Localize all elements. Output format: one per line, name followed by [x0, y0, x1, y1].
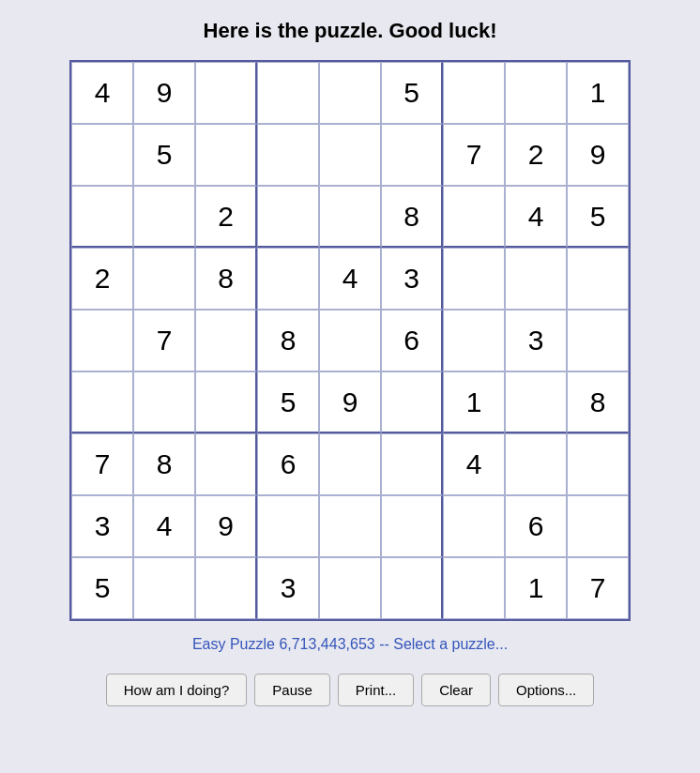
- cell: [257, 186, 319, 248]
- cell: 8: [381, 186, 443, 248]
- cell: [319, 433, 381, 495]
- cell: 5: [71, 557, 133, 619]
- cell: [381, 371, 443, 433]
- cell: [567, 248, 629, 310]
- cell: 4: [319, 248, 381, 310]
- cell: [195, 433, 257, 495]
- cell: 1: [505, 557, 567, 619]
- cell: 7: [71, 433, 133, 495]
- cell: 2: [195, 186, 257, 248]
- cell: [319, 310, 381, 371]
- cell: 8: [257, 310, 319, 371]
- cell: 4: [71, 62, 133, 124]
- how-am-i-doing-button[interactable]: How am I doing?: [106, 674, 248, 706]
- cell: [195, 310, 257, 371]
- cell: [195, 62, 257, 124]
- cell: [381, 433, 443, 495]
- cell: 4: [133, 495, 195, 557]
- cell: [133, 186, 195, 248]
- cell: [71, 124, 133, 186]
- cell: 5: [133, 124, 195, 186]
- cell: [567, 495, 629, 557]
- cell: [381, 557, 443, 619]
- cell: 9: [133, 62, 195, 124]
- options-button[interactable]: Options...: [498, 674, 594, 706]
- sudoku-board: 495157292845284378635918786434965317: [69, 60, 631, 621]
- cell: [381, 495, 443, 557]
- cell: [71, 186, 133, 248]
- puzzle-link[interactable]: Easy Puzzle 6,713,443,653 -- Select a pu…: [192, 636, 508, 653]
- cell: 9: [567, 124, 629, 186]
- clear-button[interactable]: Clear: [421, 674, 491, 706]
- cell: [443, 310, 505, 371]
- cell: [319, 124, 381, 186]
- cell: [505, 62, 567, 124]
- cell: [567, 433, 629, 495]
- cell: [257, 124, 319, 186]
- cell: 8: [567, 371, 629, 433]
- cell: [505, 248, 567, 310]
- cell: 1: [443, 371, 505, 433]
- cell: [319, 186, 381, 248]
- cell: 2: [505, 124, 567, 186]
- cell: 3: [257, 557, 319, 619]
- cell: 7: [443, 124, 505, 186]
- cell: [133, 557, 195, 619]
- cell: 6: [381, 310, 443, 371]
- cell: 5: [381, 62, 443, 124]
- pause-button[interactable]: Pause: [254, 674, 330, 706]
- cell: [443, 62, 505, 124]
- cell: 9: [319, 371, 381, 433]
- cell: [133, 248, 195, 310]
- cell: [257, 495, 319, 557]
- cell: 3: [505, 310, 567, 371]
- cell: [443, 248, 505, 310]
- cell: [71, 310, 133, 371]
- cell: [257, 248, 319, 310]
- cell: 2: [71, 248, 133, 310]
- cell: 3: [71, 495, 133, 557]
- print-button[interactable]: Print...: [338, 674, 414, 706]
- cell: 4: [443, 433, 505, 495]
- cell: [381, 124, 443, 186]
- cell: 6: [257, 433, 319, 495]
- button-row: How am I doing? Pause Print... Clear Opt…: [106, 674, 595, 706]
- cell: 1: [567, 62, 629, 124]
- cell: [443, 495, 505, 557]
- cell: [71, 371, 133, 433]
- cell: [257, 62, 319, 124]
- cell: [319, 557, 381, 619]
- cell: 8: [195, 248, 257, 310]
- cell: [319, 495, 381, 557]
- cell: [567, 310, 629, 371]
- cell: [443, 186, 505, 248]
- cell: 3: [381, 248, 443, 310]
- cell: [443, 557, 505, 619]
- cell: 5: [257, 371, 319, 433]
- cell: 5: [567, 186, 629, 248]
- cell: [195, 124, 257, 186]
- page-title: Here is the puzzle. Good luck!: [204, 19, 497, 43]
- cell: 7: [133, 310, 195, 371]
- cell: 6: [505, 495, 567, 557]
- cell: 9: [195, 495, 257, 557]
- cell: 8: [133, 433, 195, 495]
- cell: 7: [567, 557, 629, 619]
- sudoku-grid: 495157292845284378635918786434965317: [71, 62, 629, 619]
- cell: [319, 62, 381, 124]
- cell: [133, 371, 195, 433]
- cell: [505, 371, 567, 433]
- cell: [195, 557, 257, 619]
- cell: [505, 433, 567, 495]
- cell: [195, 371, 257, 433]
- cell: 4: [505, 186, 567, 248]
